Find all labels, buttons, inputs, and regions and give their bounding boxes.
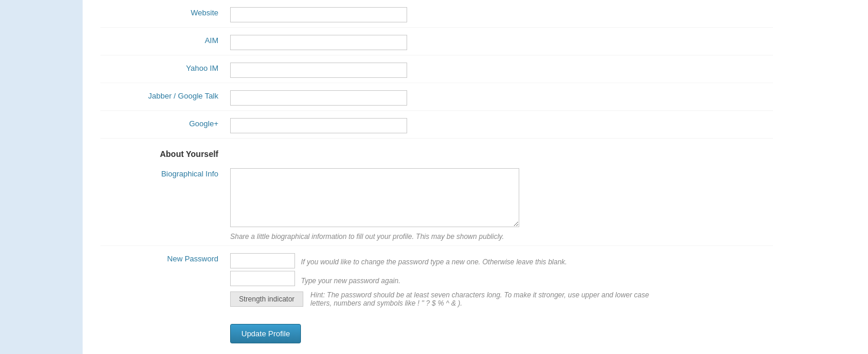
- website-label: Website: [100, 5, 230, 17]
- bio-textarea[interactable]: [230, 168, 519, 227]
- jabber-label: Jabber / Google Talk: [100, 88, 230, 100]
- new-password-input[interactable]: [230, 253, 295, 268]
- google-plus-label: Google+: [100, 116, 230, 128]
- aim-label: AIM: [100, 32, 230, 45]
- aim-input[interactable]: [230, 35, 407, 50]
- google-plus-row: Google+: [100, 111, 773, 139]
- bio-hint: Share a little biographical information …: [230, 232, 773, 241]
- jabber-row: Jabber / Google Talk: [100, 83, 773, 111]
- sidebar: [0, 0, 83, 354]
- about-yourself-heading: About Yourself: [100, 146, 230, 159]
- about-yourself-section: About Yourself: [100, 139, 773, 161]
- password-field-row-2: Type your new password again.: [230, 271, 773, 286]
- website-row: Website: [100, 0, 773, 28]
- jabber-input[interactable]: [230, 90, 407, 106]
- confirm-password-input[interactable]: [230, 271, 295, 286]
- bio-row: Biographical Info Share a little biograp…: [100, 161, 773, 246]
- update-profile-button[interactable]: Update Profile: [230, 324, 301, 343]
- bio-field: Share a little biographical information …: [230, 166, 773, 241]
- password-label: New Password: [100, 251, 230, 263]
- yahoo-im-row: Yahoo IM: [100, 55, 773, 83]
- yahoo-im-input[interactable]: [230, 63, 407, 78]
- main-content: Website AIM Yahoo IM Ja: [83, 0, 868, 354]
- password-field: If you would like to change the password…: [230, 251, 773, 307]
- form-container: Website AIM Yahoo IM Ja: [83, 0, 791, 354]
- google-plus-field: [230, 116, 773, 133]
- password-hint-1: If you would like to change the password…: [301, 255, 567, 266]
- update-profile-section: Update Profile: [100, 312, 773, 354]
- password-hint-2: Type your new password again.: [301, 272, 401, 285]
- website-field: [230, 5, 773, 22]
- aim-field: [230, 32, 773, 50]
- jabber-field: [230, 88, 773, 106]
- strength-row: Strength indicator Hint: The password sh…: [230, 291, 773, 307]
- password-field-row-1: If you would like to change the password…: [230, 253, 773, 268]
- strength-hint: Hint: The password should be at least se…: [310, 291, 653, 307]
- aim-row: AIM: [100, 28, 773, 55]
- google-plus-input[interactable]: [230, 118, 407, 133]
- yahoo-im-field: [230, 60, 773, 78]
- bio-label: Biographical Info: [100, 166, 230, 178]
- website-input[interactable]: [230, 7, 407, 22]
- strength-indicator-button[interactable]: Strength indicator: [230, 291, 303, 307]
- password-row: New Password If you would like to change…: [100, 246, 773, 312]
- yahoo-im-label: Yahoo IM: [100, 60, 230, 73]
